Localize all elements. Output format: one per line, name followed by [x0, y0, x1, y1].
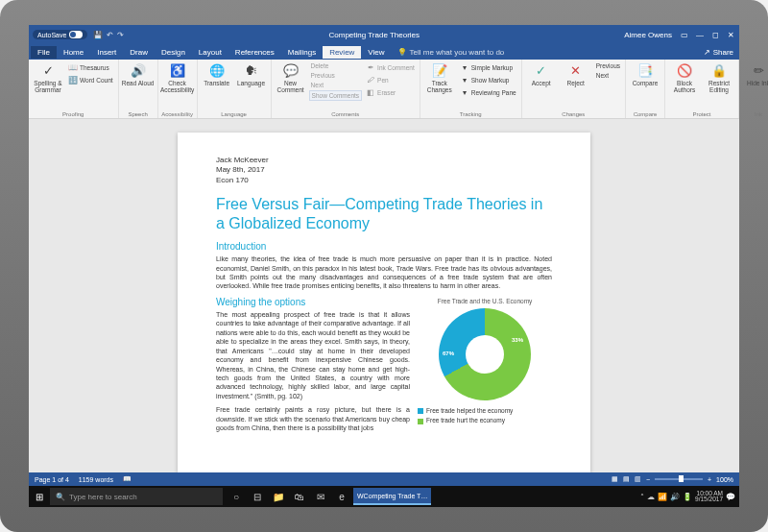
- tell-me-search[interactable]: 💡Tell me what you want to do: [397, 48, 505, 57]
- zoom-slider[interactable]: [655, 478, 703, 480]
- reject-button[interactable]: ✕Reject: [560, 61, 592, 86]
- chart-container: Free Trade and the U.S. Economy 67% 33% …: [418, 298, 552, 426]
- new-comment-button[interactable]: 💬New Comment: [275, 61, 307, 93]
- ribbon: ✓Spelling & Grammar 📖Thesaurus 🔢Word Cou…: [29, 60, 739, 119]
- pen-button[interactable]: 🖊Pen: [364, 74, 417, 85]
- compare-button[interactable]: 📑Compare: [629, 61, 661, 86]
- volume-icon[interactable]: 🔊: [670, 493, 680, 501]
- hide-ink-button[interactable]: ✏Hide Ink: [742, 61, 768, 86]
- store-icon[interactable]: 🛍: [290, 488, 309, 505]
- thesaurus-button[interactable]: 📖Thesaurus: [66, 61, 115, 73]
- translate-icon: 🌐: [208, 61, 226, 79]
- save-icon[interactable]: 💾: [93, 31, 103, 39]
- slice-label-33: 33%: [512, 337, 523, 343]
- spell-check-icon[interactable]: 📖: [123, 475, 132, 483]
- view-print-icon[interactable]: ▤: [623, 475, 630, 483]
- share-button[interactable]: ↗ Share: [698, 46, 739, 59]
- start-button[interactable]: ⊞: [29, 492, 50, 502]
- maximize-icon[interactable]: ◻: [710, 31, 720, 39]
- redo-icon[interactable]: ↷: [117, 31, 124, 39]
- view-web-icon[interactable]: ▥: [635, 475, 641, 483]
- mail-icon[interactable]: ✉: [311, 488, 330, 505]
- reviewing-pane-button[interactable]: ▾Reviewing Pane: [458, 86, 518, 98]
- notifications-icon[interactable]: 💬: [726, 493, 735, 501]
- ribbon-options-icon[interactable]: ▭: [680, 31, 689, 39]
- heading-intro: Introduction: [216, 241, 552, 252]
- tab-file[interactable]: File: [31, 46, 57, 59]
- show-comments-button[interactable]: Show Comments: [309, 90, 363, 101]
- ink-comment-button[interactable]: ✒Ink Comment: [364, 61, 417, 73]
- block-authors-button[interactable]: 🚫Block Authors: [668, 61, 701, 93]
- read-aloud-button[interactable]: 🔊Read Aloud: [122, 61, 155, 86]
- tab-home[interactable]: Home: [57, 46, 90, 59]
- user-name[interactable]: Aimee Owens: [624, 31, 672, 39]
- markup-dropdown[interactable]: ▾Simple Markup: [458, 61, 518, 73]
- explorer-icon[interactable]: 📁: [269, 488, 288, 505]
- tab-layout[interactable]: Layout: [192, 46, 228, 59]
- chart-title: Free Trade and the U.S. Economy: [418, 298, 552, 304]
- group-compare: 📑Compare Compare: [626, 60, 665, 118]
- close-icon[interactable]: ✕: [726, 31, 735, 39]
- translate-button[interactable]: 🌐Translate: [201, 61, 233, 86]
- clock[interactable]: 10:00 AM9/15/2017: [695, 491, 723, 503]
- page-indicator[interactable]: Page 1 of 4: [35, 476, 69, 483]
- language-button[interactable]: 🗣Language: [235, 61, 268, 86]
- next-comment-button[interactable]: Next: [309, 81, 363, 89]
- tab-mailings[interactable]: Mailings: [281, 46, 323, 59]
- speaker-icon: 🔊: [130, 61, 147, 79]
- zoom-in-icon[interactable]: +: [708, 476, 711, 483]
- x-icon: ✕: [567, 61, 585, 79]
- zoom-out-icon[interactable]: −: [646, 476, 650, 483]
- group-protect: 🚫Block Authors 🔒Restrict Editing Protect: [665, 60, 739, 118]
- battery-icon[interactable]: 🔋: [683, 493, 692, 501]
- tab-insert[interactable]: Insert: [90, 46, 123, 59]
- edge-icon[interactable]: e: [332, 488, 351, 505]
- onedrive-icon[interactable]: ☁: [647, 493, 655, 501]
- word-count[interactable]: 1159 words: [79, 476, 113, 483]
- accept-button[interactable]: ✓Accept: [525, 61, 558, 86]
- taskbar: ⊞ 🔍Type here to search ○ ⊟ 📁 🛍 ✉ e W Com…: [29, 486, 739, 507]
- document-page[interactable]: Jack McKeever May 8th, 2017 Econ 170 Fre…: [178, 133, 590, 472]
- spelling-button[interactable]: ✓Spelling & Grammar: [32, 61, 64, 93]
- taskbar-search[interactable]: 🔍Type here to search: [50, 488, 223, 505]
- dropdown-icon: ▾: [460, 62, 469, 72]
- tab-view[interactable]: View: [361, 46, 391, 59]
- bulb-icon: 💡: [397, 48, 407, 57]
- doc-meta: Jack McKeever May 8th, 2017 Econ 170: [216, 156, 552, 185]
- tab-references[interactable]: References: [228, 46, 281, 59]
- autosave-toggle[interactable]: AutoSave: [33, 30, 87, 39]
- tab-review[interactable]: Review: [323, 46, 361, 59]
- system-tray: ˄ ☁ 📶 🔊 🔋 10:00 AM9/15/2017 💬: [640, 491, 739, 503]
- accessibility-icon: ♿: [169, 61, 186, 79]
- group-proofing: ✓Spelling & Grammar 📖Thesaurus 🔢Word Cou…: [29, 60, 119, 118]
- track-changes-button[interactable]: 📝Track Changes: [423, 61, 456, 93]
- tab-design[interactable]: Design: [155, 46, 192, 59]
- doc-title: Free Versus Fair—Competing Trade Theorie…: [216, 195, 552, 233]
- tray-up-icon[interactable]: ˄: [640, 493, 644, 501]
- next-change-button[interactable]: Next: [594, 71, 622, 80]
- document-area[interactable]: Jack McKeever May 8th, 2017 Econ 170 Fre…: [29, 119, 739, 472]
- show-markup-button[interactable]: ▾Show Markup: [458, 74, 518, 85]
- prev-comment-button[interactable]: Previous: [309, 71, 363, 80]
- delete-comment-button[interactable]: Delete: [309, 61, 363, 70]
- check-accessibility-button[interactable]: ♿Check Accessibility: [161, 61, 194, 93]
- zoom-level[interactable]: 100%: [716, 476, 733, 483]
- view-read-icon[interactable]: ▦: [612, 475, 618, 483]
- restrict-editing-button[interactable]: 🔒Restrict Editing: [703, 61, 735, 93]
- word-task-button[interactable]: W Competing Trade T…: [353, 488, 431, 505]
- prev-change-button[interactable]: Previous: [594, 61, 622, 70]
- block-icon: 🚫: [676, 61, 693, 79]
- search-icon: 🔍: [56, 493, 65, 501]
- wifi-icon[interactable]: 📶: [658, 493, 667, 501]
- chart-legend: Free trade helped the economy Free trade…: [418, 406, 552, 426]
- undo-icon[interactable]: ↶: [107, 31, 113, 39]
- minimize-icon[interactable]: ―: [695, 31, 705, 39]
- compare-icon: 📑: [636, 61, 654, 79]
- word-count-button[interactable]: 🔢Word Count: [66, 74, 115, 85]
- group-tracking: 📝Track Changes ▾Simple Markup ▾Show Mark…: [420, 60, 522, 118]
- eraser-button[interactable]: ◧Eraser: [364, 86, 417, 98]
- eraser-icon: ◧: [366, 87, 375, 97]
- cortana-icon[interactable]: ○: [227, 488, 246, 505]
- tab-draw[interactable]: Draw: [123, 46, 155, 59]
- task-view-icon[interactable]: ⊟: [248, 488, 267, 505]
